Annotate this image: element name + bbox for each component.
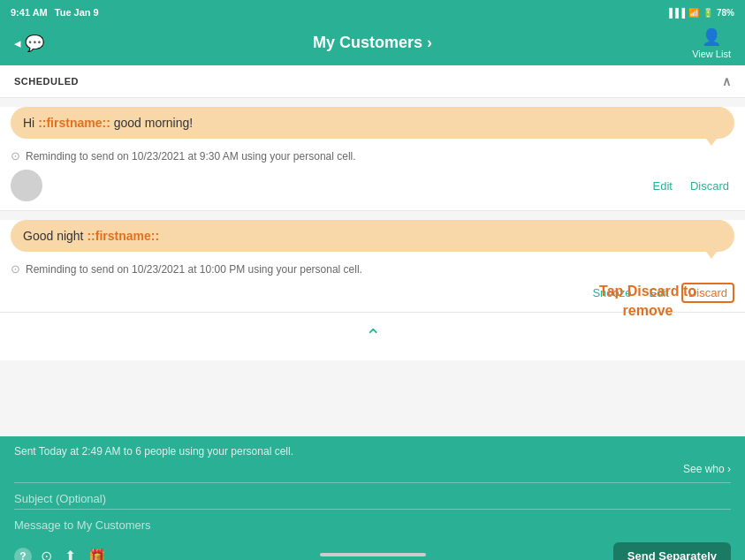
status-bar: 9:41 AM Tue Jan 9 ▐▐▐ 📶 🔋 78%	[0, 0, 745, 25]
sent-info: Sent Today at 2:49 AM to 6 people using …	[14, 445, 731, 458]
help-label: ?	[19, 550, 26, 561]
msg1-part2: good morning!	[110, 116, 193, 130]
main-content: SCHEDULED ∧ Hi ::firstname:: good mornin…	[0, 65, 745, 436]
home-indicator	[320, 553, 426, 556]
clock-toolbar-icon[interactable]: ⊙	[41, 548, 52, 560]
subject-input[interactable]	[14, 488, 731, 510]
view-list-label: View List	[692, 49, 731, 59]
up-chevron-icon: ⌃	[365, 325, 381, 348]
send-button[interactable]: Send Separately	[613, 542, 731, 560]
signal-icon: ▐▐▐	[666, 8, 685, 18]
divider	[14, 482, 731, 483]
view-list-button[interactable]: 👤 View List	[692, 27, 731, 59]
msg1-highlight: ::firstname::	[38, 116, 110, 130]
reminder-text-1: Reminding to send on 10/23/2021 at 9:30 …	[26, 150, 356, 163]
message-card-2: Good night ::firstname:: ⊙ Reminding to …	[0, 220, 745, 313]
message-bubble-1: Hi ::firstname:: good morning!	[11, 107, 734, 139]
message-input[interactable]	[14, 515, 731, 535]
reminder-row-2: ⊙ Reminding to send on 10/23/2021 at 10:…	[0, 257, 745, 279]
bottom-toolbar: ? ⊙ ⬆ 🎁 Send Separately	[14, 542, 731, 560]
avatar-1	[11, 170, 42, 201]
bottom-icons: ⊙ ⬆ 🎁	[41, 548, 106, 560]
share-toolbar-icon[interactable]: ⬆	[65, 548, 76, 560]
collapse-arrow-btn[interactable]: ⌃	[0, 313, 745, 360]
scheduled-label: SCHEDULED	[14, 76, 79, 87]
collapse-chevron[interactable]: ∧	[722, 74, 732, 88]
card-1-actions: Edit Discard	[0, 166, 745, 210]
see-who-link[interactable]: See who ›	[14, 463, 731, 475]
clock-icon-2: ⊙	[11, 262, 20, 276]
msg2-part1: Good night	[23, 229, 87, 243]
edit-button-1[interactable]: Edit	[648, 178, 678, 194]
message-card-1: Hi ::firstname:: good morning! ⊙ Remindi…	[0, 107, 745, 211]
status-date: Tue Jan 9	[55, 7, 99, 18]
msg1-part1: Hi	[23, 116, 38, 130]
page-title: My Customers ›	[313, 34, 432, 52]
back-icon: ◂	[14, 35, 21, 51]
reminder-text-2: Reminding to send on 10/23/2021 at 10:00…	[26, 263, 362, 276]
scheduled-header: SCHEDULED ∧	[0, 65, 745, 98]
status-time: 9:41 AM	[11, 7, 48, 18]
battery-icon: 🔋	[703, 8, 713, 18]
person-icon: 👤	[702, 27, 721, 47]
bottom-section: Sent Today at 2:49 AM to 6 people using …	[0, 436, 745, 560]
message-bubble-2: Good night ::firstname::	[11, 220, 734, 252]
back-button[interactable]: ◂ 💬	[14, 34, 44, 53]
msg2-highlight: ::firstname::	[87, 229, 159, 243]
chat-icon: 💬	[25, 34, 44, 53]
help-button[interactable]: ?	[14, 548, 32, 561]
wifi-icon: 📶	[688, 8, 699, 18]
reminder-row-1: ⊙ Reminding to send on 10/23/2021 at 9:3…	[0, 144, 745, 166]
gift-toolbar-icon[interactable]: 🎁	[88, 548, 106, 560]
discard-button-1[interactable]: Discard	[685, 178, 734, 194]
clock-icon-1: ⊙	[11, 149, 20, 163]
header: ◂ 💬 My Customers › 👤 View List	[0, 25, 745, 65]
battery-percent: 78%	[717, 8, 734, 18]
